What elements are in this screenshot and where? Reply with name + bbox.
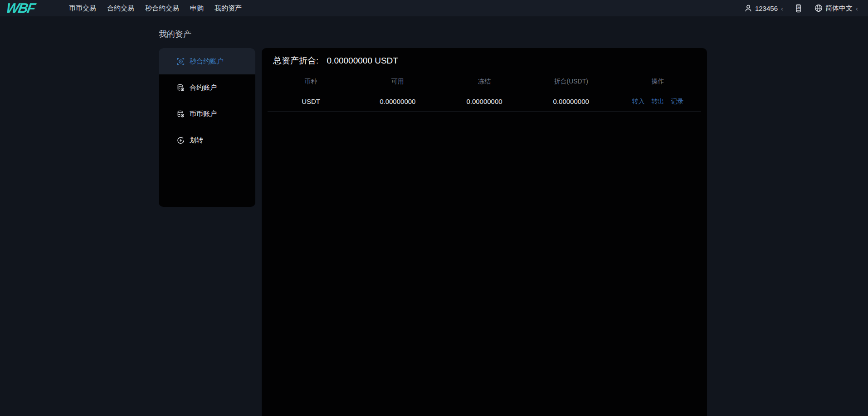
user-icon bbox=[744, 4, 752, 12]
database-coin-icon bbox=[177, 110, 185, 118]
account-sidebar: 秒合约账户 合约账户 bbox=[159, 48, 255, 207]
frozen-cell: 0.00000000 bbox=[441, 98, 527, 105]
total-assets-value: 0.00000000 USDT bbox=[327, 56, 398, 65]
table-row: USDT 0.00000000 0.00000000 0.00000000 转入… bbox=[268, 91, 701, 112]
sidebar-item-second-contract-account[interactable]: 秒合约账户 bbox=[159, 48, 255, 74]
sidebar-item-label: 划转 bbox=[190, 136, 203, 145]
assets-table: 币种 可用 冻结 折合(USDT) 操作 USDT 0.00000000 0.0… bbox=[268, 72, 701, 112]
language-label: 简体中文 bbox=[825, 4, 853, 13]
records-link[interactable]: 记录 bbox=[671, 98, 683, 106]
sidebar-item-label: 秒合约账户 bbox=[190, 57, 224, 66]
content-area: 秒合约账户 合约账户 bbox=[159, 48, 868, 416]
user-menu[interactable]: 123456 ‹ bbox=[744, 4, 783, 12]
language-chevron-icon: ‹ bbox=[856, 5, 858, 12]
database-coin-icon bbox=[177, 84, 185, 92]
currency-cell: USDT bbox=[268, 98, 354, 105]
scan-clock-icon bbox=[177, 58, 185, 65]
transfer-out-link[interactable]: 转出 bbox=[651, 98, 664, 106]
header-cell-available: 可用 bbox=[354, 78, 441, 86]
total-assets-line: 总资产折合: 0.00000000 USDT bbox=[262, 48, 707, 67]
actions-cell: 转入 转出 记录 bbox=[614, 98, 701, 106]
globe-icon bbox=[814, 4, 823, 12]
header-cell-frozen: 冻结 bbox=[441, 78, 527, 86]
main-nav: 币币交易 合约交易 秒合约交易 申购 我的资产 bbox=[69, 4, 242, 13]
total-assets-label: 总资产折合: bbox=[273, 56, 318, 65]
converted-cell: 0.00000000 bbox=[528, 98, 614, 105]
available-cell: 0.00000000 bbox=[354, 98, 441, 105]
header-cell-converted: 折合(USDT) bbox=[528, 78, 614, 86]
nav-item-subscription[interactable]: 申购 bbox=[190, 4, 204, 13]
top-navbar: WBF 币币交易 合约交易 秒合约交易 申购 我的资产 123456 ‹ APP bbox=[0, 0, 868, 16]
brand-logo[interactable]: WBF bbox=[5, 0, 57, 16]
nav-item-spot-trading[interactable]: 币币交易 bbox=[69, 4, 96, 13]
sidebar-item-spot-account[interactable]: 币币账户 bbox=[159, 101, 255, 127]
user-chevron-icon: ‹ bbox=[781, 5, 783, 12]
assets-panel: 总资产折合: 0.00000000 USDT 币种 可用 冻结 折合(USDT)… bbox=[262, 48, 707, 416]
header-cell-currency: 币种 bbox=[268, 78, 354, 86]
page-title: 我的资产 bbox=[159, 29, 868, 39]
svg-text:APP: APP bbox=[796, 7, 801, 10]
transfer-circle-icon bbox=[177, 137, 185, 144]
sidebar-item-label: 币币账户 bbox=[190, 110, 217, 118]
language-selector[interactable]: 简体中文 ‹ bbox=[814, 4, 858, 13]
transfer-in-link[interactable]: 转入 bbox=[632, 98, 644, 106]
header-cell-actions: 操作 bbox=[614, 78, 701, 86]
sidebar-item-label: 合约账户 bbox=[190, 83, 217, 92]
page-body: 我的资产 秒合约账户 bbox=[0, 29, 868, 416]
user-id-label: 123456 bbox=[755, 5, 778, 12]
nav-item-my-assets[interactable]: 我的资产 bbox=[215, 4, 242, 13]
nav-item-second-contract-trading[interactable]: 秒合约交易 bbox=[145, 4, 179, 13]
app-download-icon[interactable]: APP bbox=[794, 4, 803, 13]
navbar-right: 123456 ‹ APP 简体中文 ‹ bbox=[744, 4, 858, 13]
sidebar-item-contract-account[interactable]: 合约账户 bbox=[159, 74, 255, 101]
sidebar-item-transfer[interactable]: 划转 bbox=[159, 127, 255, 153]
table-header-row: 币种 可用 冻结 折合(USDT) 操作 bbox=[268, 72, 701, 91]
nav-item-contract-trading[interactable]: 合约交易 bbox=[107, 4, 134, 13]
